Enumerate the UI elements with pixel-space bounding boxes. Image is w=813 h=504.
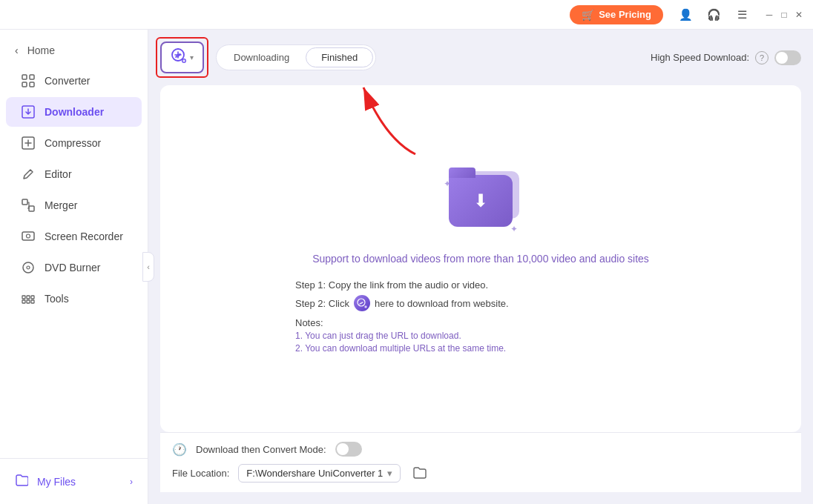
folder-illustration: ⬇ ✦ ✦ — [436, 164, 525, 238]
converter-icon — [21, 73, 36, 88]
support-text: Support to download videos from more tha… — [312, 253, 649, 265]
svg-rect-14 — [27, 296, 30, 299]
main-layout: ‹ Home Converter Downloader — [0, 30, 813, 504]
svg-rect-3 — [30, 82, 34, 87]
svg-rect-0 — [22, 75, 27, 79]
convert-mode-toggle[interactable] — [335, 442, 362, 457]
screen-recorder-icon — [21, 229, 36, 244]
sidebar-collapse-button[interactable]: ‹ — [142, 252, 154, 282]
content-area: ▾ Downloading Finished High Speed Downlo… — [148, 30, 813, 504]
sidebar: ‹ Home Converter Downloader — [0, 30, 148, 504]
tools-icon — [21, 291, 36, 306]
svg-rect-13 — [22, 300, 25, 303]
svg-rect-16 — [31, 296, 34, 299]
file-location-caret: ▾ — [387, 468, 392, 479]
folder-download-icon: ⬇ — [473, 190, 488, 211]
note-2: 2. You can download multiple URLs at the… — [295, 343, 666, 354]
file-location-select[interactable]: F:\Wondershare UniConverter 1 ▾ — [238, 464, 401, 483]
sidebar-item-dvd-burner[interactable]: DVD Burner — [6, 253, 142, 282]
add-url-button[interactable]: ▾ — [160, 42, 204, 73]
close-button[interactable]: ✕ — [794, 10, 804, 20]
sidebar-item-tools[interactable]: Tools — [6, 284, 142, 314]
finished-tab[interactable]: Finished — [306, 47, 373, 67]
svg-rect-6 — [22, 199, 27, 205]
sidebar-item-editor[interactable]: Editor — [6, 159, 142, 189]
notes-section: Notes: 1. You can just drag the URL to d… — [295, 317, 666, 354]
sidebar-item-screen-recorder[interactable]: Screen Recorder — [6, 222, 142, 251]
title-bar: 🛒 See Pricing 👤 🎧 ☰ ─ □ ✕ — [0, 0, 813, 30]
bottom-bar: 🕐 Download then Convert Mode: File Locat… — [160, 432, 801, 492]
tab-group: Downloading Finished — [216, 44, 376, 70]
convert-mode-label: Download then Convert Mode: — [196, 444, 326, 455]
open-folder-button[interactable] — [409, 462, 430, 483]
file-location-value: F:\Wondershare UniConverter 1 — [246, 468, 383, 479]
cart-icon: 🛒 — [582, 9, 594, 21]
folder-main: ⬇ — [449, 175, 513, 227]
add-url-wrapper: ▾ — [160, 42, 204, 73]
svg-point-10 — [23, 262, 33, 273]
clock-icon: 🕐 — [172, 442, 187, 457]
step-1: Step 1: Copy the link from the audio or … — [295, 279, 666, 291]
file-location-row: File Location: F:\Wondershare UniConvert… — [172, 462, 789, 483]
sidebar-item-merger[interactable]: Merger — [6, 190, 142, 220]
sparkle-icon-2: ✦ — [510, 224, 518, 234]
sidebar-item-converter[interactable]: Converter — [6, 66, 142, 96]
svg-rect-15 — [27, 300, 30, 303]
step-2: Step 2: Click here to download from webs… — [295, 295, 666, 311]
convert-mode-row: 🕐 Download then Convert Mode: — [172, 442, 789, 457]
note-1: 1. You can just drag the URL to download… — [295, 331, 666, 341]
svg-rect-2 — [22, 82, 27, 87]
menu-icon[interactable]: ☰ — [731, 4, 752, 25]
svg-rect-7 — [29, 206, 34, 211]
svg-point-11 — [27, 266, 30, 269]
top-bar: ▾ Downloading Finished High Speed Downlo… — [160, 42, 801, 73]
minimize-button[interactable]: ─ — [764, 10, 774, 20]
svg-point-9 — [27, 234, 30, 238]
chevron-left-icon: ‹ — [15, 44, 19, 56]
link-icon — [171, 47, 187, 67]
my-files-arrow: › — [130, 477, 133, 487]
svg-rect-8 — [22, 232, 34, 240]
downloader-icon — [21, 105, 36, 119]
caret-icon: ▾ — [190, 53, 194, 62]
high-speed-label: High Speed Download: — [651, 52, 749, 63]
headset-icon[interactable]: 🎧 — [703, 4, 724, 25]
dvd-burner-icon — [21, 260, 36, 275]
maximize-button[interactable]: □ — [779, 10, 789, 20]
window-controls: ─ □ ✕ — [764, 10, 804, 20]
high-speed-section: High Speed Download: ? — [651, 50, 801, 65]
my-files-icon — [15, 474, 28, 489]
svg-rect-1 — [30, 75, 34, 79]
sidebar-item-my-files[interactable]: My Files › — [0, 465, 148, 498]
account-icon[interactable]: 👤 — [675, 4, 696, 25]
sidebar-item-home[interactable]: ‹ Home — [0, 36, 148, 65]
download-panel: ⬇ ✦ ✦ Support to download videos from mo… — [160, 85, 801, 432]
downloading-tab[interactable]: Downloading — [219, 47, 304, 67]
sidebar-item-compressor[interactable]: Compressor — [6, 128, 142, 158]
file-location-label: File Location: — [172, 468, 229, 479]
sidebar-bottom: My Files › — [0, 458, 148, 498]
svg-rect-17 — [31, 300, 34, 303]
instructions: Step 1: Copy the link from the audio or … — [295, 279, 666, 354]
compressor-icon — [21, 136, 36, 150]
high-speed-toggle[interactable] — [774, 50, 801, 65]
title-bar-icons: 👤 🎧 ☰ — [675, 4, 752, 25]
help-icon[interactable]: ? — [755, 51, 768, 64]
svg-rect-12 — [22, 296, 25, 299]
see-pricing-button[interactable]: 🛒 See Pricing — [570, 5, 663, 24]
step2-inline-icon — [354, 295, 370, 311]
sidebar-item-downloader[interactable]: Downloader — [6, 97, 142, 127]
merger-icon — [21, 198, 36, 213]
editor-icon — [21, 167, 36, 182]
